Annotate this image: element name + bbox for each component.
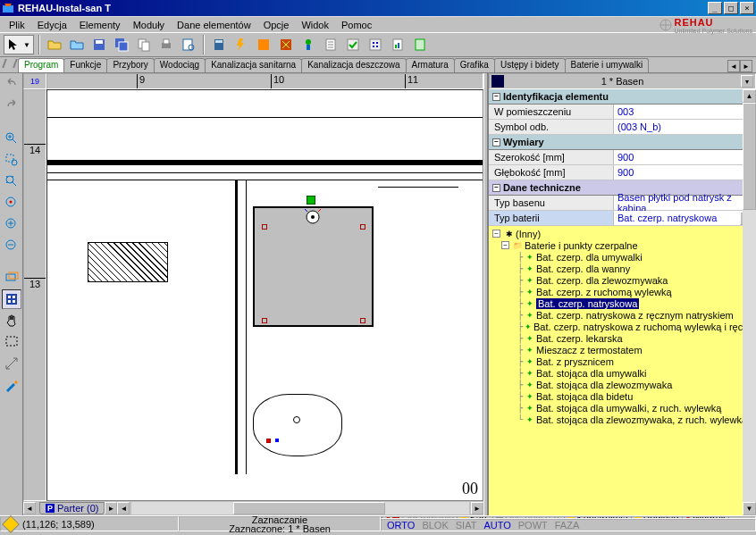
tab-grafika[interactable]: Grafika (454, 58, 495, 72)
vtool-zoom-minus[interactable] (2, 236, 21, 255)
prop-room-value[interactable]: 003 (614, 104, 756, 119)
mode-blok[interactable]: BLOK (422, 520, 448, 531)
tree-item[interactable]: ├✦Bat. stojąca dla zlewozmywaka (489, 379, 756, 390)
menu-element-data[interactable]: Dane elementów (172, 19, 256, 31)
tree-item[interactable]: ├✦Bat. czerp. dla wanny (489, 263, 756, 274)
mode-siat[interactable]: SIAT (456, 520, 477, 531)
open2-button[interactable] (67, 35, 87, 54)
vtool-measure[interactable] (2, 354, 21, 373)
properties-close-button[interactable]: ▾ (741, 75, 753, 88)
tab-armatura[interactable]: Armatura (406, 58, 455, 72)
module1-button[interactable] (254, 35, 273, 54)
vscroll-up[interactable]: ▲ (743, 89, 756, 103)
prop-symbol-value[interactable]: (003 N_b) (614, 120, 756, 134)
tree-item[interactable]: ├✦Bat. czerp. z ruchomą wylewką (489, 286, 756, 297)
tab-wodociag[interactable]: Wodociąg (154, 58, 206, 72)
prop-basin-type-value[interactable]: Basen płytki pod natrysk z kabiną (614, 196, 756, 210)
menu-elements[interactable]: Elementy (74, 19, 126, 31)
vtool-zoom-in[interactable] (2, 129, 21, 148)
tab-ustepy[interactable]: Ustępy i bidety (494, 58, 566, 72)
tree-item[interactable]: ├✦Bat. czerp. dla umywalki (489, 251, 756, 263)
tab-baterie[interactable]: Baterie i umywalki (565, 58, 650, 72)
tree-item[interactable]: ├✦Bat. czerp. lekarska (489, 332, 756, 344)
menu-help[interactable]: Pomoc (336, 19, 377, 31)
print-button[interactable] (156, 35, 176, 54)
prop-battery-type-dropdown[interactable]: Bat. czerp. natryskowa (614, 211, 756, 225)
tree-item[interactable]: └✦Bat. stojąca dla zlewozmywaka, z ruch.… (489, 414, 756, 425)
tree-item[interactable]: ├✦Bat. stojąca dla umywalki (489, 367, 756, 379)
vtool-layer2[interactable] (2, 289, 21, 309)
menu-file[interactable]: Plik (4, 19, 30, 31)
print-preview-button[interactable] (179, 35, 198, 54)
tab-kan-san[interactable]: Kanalizacja sanitarna (205, 58, 302, 72)
check-button[interactable] (343, 35, 363, 54)
vtool-draw[interactable] (2, 375, 21, 395)
export-button[interactable] (410, 35, 430, 54)
minimize-button[interactable]: _ (708, 2, 722, 14)
floor-next-button[interactable]: ► (105, 502, 117, 514)
properties-pin-icon[interactable] (491, 75, 504, 88)
vtool-layer1[interactable] (2, 268, 21, 288)
maximize-button[interactable]: □ (724, 2, 738, 14)
vtool-select-rect[interactable] (2, 332, 21, 352)
vtool-zoom-fit[interactable] (2, 171, 21, 191)
tree-item[interactable]: −📁Baterie i punkty czerpalne (489, 239, 756, 251)
menu-view[interactable]: Widok (296, 19, 334, 31)
washbasin[interactable] (253, 394, 342, 456)
save-all-button[interactable] (112, 35, 131, 54)
menu-modules[interactable]: Moduły (128, 19, 170, 31)
prop-depth-value[interactable]: 900 (614, 165, 756, 180)
tree-item[interactable]: −✱(Inny) (489, 228, 756, 239)
copy-button[interactable] (134, 35, 154, 54)
open-button[interactable] (45, 35, 64, 54)
vtool-zoom-100[interactable] (2, 193, 21, 213)
calc-button[interactable] (209, 35, 229, 54)
tab-przybory[interactable]: Przybory (106, 58, 154, 72)
tree-item[interactable]: ├✦Bat. stojąca dla bidetu (489, 390, 756, 402)
vtool-pan[interactable] (2, 311, 21, 330)
section-dimensions[interactable]: −Wymiary (489, 135, 756, 150)
menu-edit[interactable]: Edycja (32, 19, 72, 31)
properties-vscrollbar[interactable]: ▲ ▼ (743, 89, 756, 515)
section-identification[interactable]: −Identyfikacja elementu (489, 89, 756, 104)
tab-funkcje[interactable]: Funkcje (63, 58, 107, 72)
drawing-canvas[interactable]: 00 (46, 89, 483, 501)
mode-faza[interactable]: FAZA (555, 520, 580, 531)
tree-item[interactable]: ├✦Bat. czerp. natryskowa z ręcznym natry… (489, 309, 756, 321)
mode-powt[interactable]: POWT (518, 520, 548, 531)
vtool-redo[interactable] (2, 96, 21, 116)
system-button[interactable] (298, 35, 318, 54)
config-button[interactable] (365, 35, 385, 54)
tab-program[interactable]: Program (18, 58, 64, 72)
tree-item[interactable]: ├✦Bat. czerp. natryskowa z ruchomą wylew… (489, 321, 756, 332)
mode-orto[interactable]: ORTO (387, 520, 415, 531)
vtool-zoom-area[interactable] (2, 150, 21, 170)
tabs-scroll-left[interactable]: ◄ (727, 60, 740, 72)
floor-tab[interactable]: PParter (0) (39, 502, 105, 514)
tab-kan-desz[interactable]: Kanalizacja deszczowa (301, 58, 406, 72)
report-button[interactable] (388, 35, 407, 54)
tree-item[interactable]: ├✦Bat. czerp. dla zlewozmywaka (489, 274, 756, 286)
hscrollbar[interactable] (131, 502, 469, 514)
vtool-undo[interactable] (2, 75, 21, 95)
menu-options[interactable]: Opcje (258, 19, 295, 31)
cursor-tool-button[interactable]: ▼ (4, 35, 34, 54)
bolt-button[interactable] (231, 35, 251, 54)
tabs-scroll-right[interactable]: ► (740, 60, 752, 72)
save-button[interactable] (89, 35, 109, 54)
tree-item[interactable]: ├✦Bat. z prysznicem (489, 355, 756, 367)
close-button[interactable]: × (740, 2, 754, 14)
vtool-zoom-plus[interactable] (2, 214, 21, 234)
tree-item-selected[interactable]: ├✦Bat. czerp. natryskowa (489, 297, 756, 309)
hscroll-right[interactable]: ► (471, 502, 483, 514)
tree-item[interactable]: ├✦Mieszacz z termostatem (489, 344, 756, 355)
tree-item[interactable]: ├✦Bat. stojąca dla umywalki, z ruch. wyl… (489, 402, 756, 414)
prop-width-value[interactable]: 900 (614, 150, 756, 164)
hscroll-left[interactable]: ◄ (117, 502, 130, 514)
vscroll-down[interactable]: ▼ (743, 502, 756, 515)
battery-type-tree[interactable]: −✱(Inny) −📁Baterie i punkty czerpalne ├✦… (489, 226, 756, 515)
list-button[interactable] (321, 35, 340, 54)
module2-button[interactable] (276, 35, 296, 54)
mode-auto[interactable]: AUTO (483, 520, 510, 531)
floor-prev-button[interactable]: ◄ (23, 502, 36, 514)
